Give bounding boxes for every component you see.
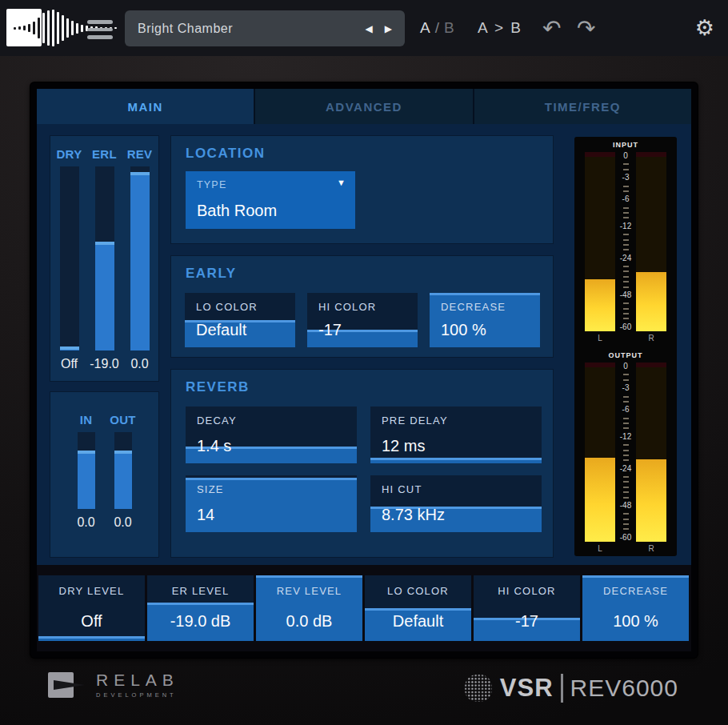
fader-rev[interactable] — [130, 166, 150, 350]
scale-tick — [623, 217, 629, 218]
param-value: Off — [38, 612, 145, 631]
meter-fill — [636, 459, 666, 542]
param-box-decrease[interactable]: DECREASE100 % — [582, 575, 689, 641]
param-box-rev-level[interactable]: REV LEVEL0.0 dB — [256, 575, 362, 641]
fader-fill — [130, 172, 150, 350]
scale-tick — [623, 523, 629, 525]
relab-logo: RELAB DEVELOPMENT — [48, 671, 179, 699]
menu-icon[interactable] — [87, 20, 113, 39]
scale-tick — [623, 318, 629, 319]
meter-title: INPUT — [574, 141, 677, 152]
meter-fill — [585, 279, 615, 331]
scale-tick — [623, 396, 629, 398]
location-section: LOCATION TYPE ▼ Bath Room — [170, 135, 554, 244]
scale-tick — [623, 528, 629, 530]
param-box-hi-cut[interactable]: HI CUT8.73 kHz — [370, 475, 542, 532]
param-value: -17 — [474, 612, 580, 631]
param-box-dry-level[interactable]: DRY LEVELOff — [38, 575, 145, 641]
param-label: HI CUT — [382, 483, 422, 495]
scale-label: -60 — [620, 323, 631, 331]
clip-indicator — [636, 152, 666, 157]
hardware-bezel: MAIN ADVANCED TIME/FREQ DRYOffERL-19.0RE… — [0, 56, 728, 725]
gear-icon[interactable]: ⚙ — [695, 0, 714, 56]
param-box-lo-color[interactable]: LO COLORDefault — [185, 293, 295, 347]
scale-label: -6 — [622, 406, 630, 414]
scale-tick — [623, 481, 629, 483]
meter-bar-input-l — [585, 152, 615, 331]
ab-compare-button[interactable]: A / B — [420, 0, 455, 56]
channel-label-left: L — [585, 334, 615, 344]
param-box-er-level[interactable]: ER LEVEL-19.0 dB — [147, 575, 254, 641]
prev-preset-icon[interactable]: ◀ — [366, 23, 373, 34]
fader-erl[interactable] — [95, 166, 114, 350]
scale-tick — [623, 519, 629, 520]
fader-column-in: IN0.0 — [72, 413, 101, 557]
meter-body: 0-3-6-12-24-48-60 — [574, 362, 677, 542]
location-header: LOCATION — [186, 146, 266, 162]
scale-tick — [623, 423, 629, 424]
scale-tick — [623, 313, 629, 314]
channel-label-right: R — [636, 544, 666, 555]
param-value: 100 % — [441, 321, 486, 339]
fader-out[interactable] — [114, 432, 132, 509]
param-box-size[interactable]: SIZE14 — [186, 475, 357, 532]
fader-in[interactable] — [78, 432, 95, 509]
param-box-lo-color[interactable]: LO COLORDefault — [365, 575, 471, 641]
scale-tick — [623, 270, 629, 272]
param-box-hi-color[interactable]: HI COLOR-17 — [474, 575, 580, 641]
reverb-section: REVERB DECAY1.4 sPRE DELAY12 msSIZE14HI … — [170, 369, 554, 558]
param-label: LO COLOR — [196, 301, 258, 313]
scale-tick — [623, 266, 629, 267]
param-value: 8.73 kHz — [382, 506, 445, 524]
type-value: Bath Room — [197, 202, 277, 220]
chevron-down-icon: ▼ — [337, 178, 346, 187]
param-fill — [370, 458, 542, 463]
scale-tick — [623, 169, 629, 170]
tab-time-freq[interactable]: TIME/FREQ — [474, 89, 691, 124]
ab-copy-button[interactable]: A > B — [478, 0, 522, 56]
scale-tick — [623, 308, 629, 310]
param-value: 1.4 s — [197, 437, 231, 455]
redo-icon[interactable]: ↷ — [577, 0, 595, 56]
tab-advanced[interactable]: ADVANCED — [255, 89, 474, 124]
fader-column-out: OUT0.0 — [109, 413, 138, 557]
fader-label: REV — [127, 147, 153, 166]
scale-tick — [623, 487, 629, 488]
undo-icon[interactable]: ↶ — [542, 0, 561, 56]
type-label: TYPE — [197, 179, 226, 190]
param-label: DRY LEVEL — [38, 585, 145, 597]
next-preset-icon[interactable]: ▶ — [385, 23, 392, 34]
fader-dry[interactable] — [60, 166, 79, 350]
param-label: DECREASE — [582, 585, 689, 597]
scale-tick — [623, 455, 629, 456]
level-faders-panel: DRYOffERL-19.0REV0.0 — [50, 135, 159, 382]
scale-tick — [623, 239, 629, 241]
scale-label: -60 — [620, 534, 631, 542]
scale-tick — [623, 276, 629, 278]
param-value: 100 % — [582, 612, 689, 631]
tab-main[interactable]: MAIN — [37, 89, 255, 124]
scale-tick — [623, 207, 629, 209]
param-box-decay[interactable]: DECAY1.4 s — [186, 407, 357, 463]
meter-output: OUTPUT0-3-6-12-24-48-60LR — [574, 351, 677, 555]
param-label: DECREASE — [441, 301, 506, 313]
scale-tick — [623, 244, 629, 246]
fader-value: 0.0 — [130, 357, 148, 371]
meter-channel-labels: LR — [574, 334, 677, 344]
scale-tick — [623, 186, 629, 187]
preset-field[interactable]: Bright Chamber ◀ ▶ — [125, 10, 405, 46]
scale-tick — [623, 302, 629, 304]
scale-label: -48 — [620, 502, 631, 510]
scale-label: -12 — [620, 222, 631, 230]
relab-name: RELAB — [96, 671, 179, 690]
param-box-decrease[interactable]: DECREASE100 % — [430, 293, 540, 347]
param-box-pre-delay[interactable]: PRE DELAY12 ms — [370, 407, 542, 463]
io-faders-panel: IN0.0OUT0.0 — [50, 391, 159, 558]
param-box-hi-color[interactable]: HI COLOR-17 — [307, 293, 418, 347]
param-value: Default — [196, 321, 246, 339]
fader-value: 0.0 — [114, 515, 131, 530]
ab-a-label: A — [420, 19, 431, 37]
location-type-dropdown[interactable]: TYPE ▼ Bath Room — [186, 171, 355, 229]
channel-spacer — [615, 544, 636, 555]
fader-label: IN — [80, 413, 93, 432]
